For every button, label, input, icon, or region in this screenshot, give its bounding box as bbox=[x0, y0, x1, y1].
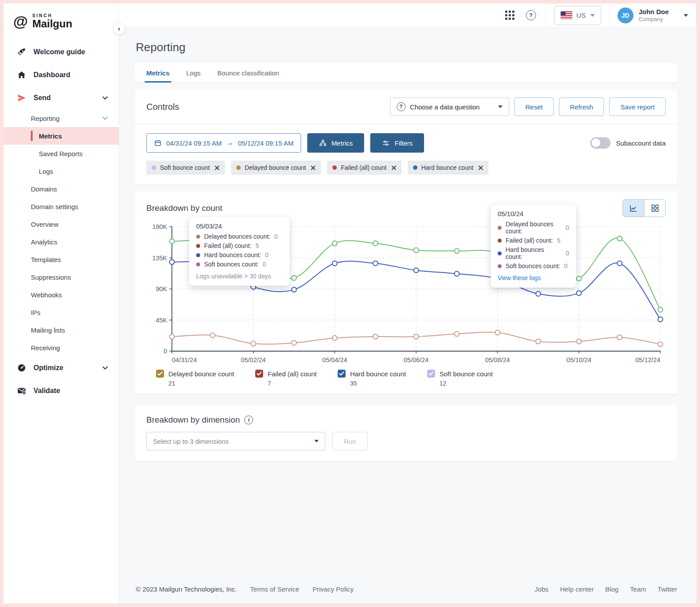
app-grid-icon[interactable] bbox=[505, 11, 514, 20]
legend-checkbox[interactable] bbox=[156, 370, 164, 378]
data-point[interactable] bbox=[414, 268, 419, 273]
close-icon[interactable] bbox=[215, 165, 220, 170]
save-report-button[interactable]: Save report bbox=[609, 97, 666, 116]
line-chart-view-button[interactable] bbox=[623, 200, 644, 217]
sidebar-item-ips[interactable]: IPs bbox=[4, 304, 119, 321]
header-divider bbox=[546, 4, 546, 27]
footer-link-team[interactable]: Team bbox=[630, 585, 646, 593]
data-point[interactable] bbox=[210, 333, 215, 338]
data-point[interactable] bbox=[414, 248, 419, 253]
sidebar-item-dashboard[interactable]: Dashboard bbox=[4, 64, 119, 86]
data-point[interactable] bbox=[414, 334, 419, 339]
data-point[interactable] bbox=[332, 241, 337, 246]
sidebar-item-mailing-lists[interactable]: Mailing lists bbox=[4, 321, 119, 339]
close-icon[interactable] bbox=[391, 165, 396, 170]
data-point[interactable] bbox=[454, 248, 459, 253]
chip-soft-bounce-count[interactable]: Soft bounce count bbox=[146, 161, 225, 175]
data-point[interactable] bbox=[170, 334, 175, 339]
data-point[interactable] bbox=[617, 335, 622, 340]
data-point[interactable] bbox=[292, 275, 297, 280]
view-these-logs-link[interactable]: View these logs bbox=[498, 274, 569, 281]
data-point[interactable] bbox=[658, 342, 663, 347]
sidebar-item-welcome-guide[interactable]: Welcome guide bbox=[4, 41, 119, 64]
tab-logs[interactable]: Logs bbox=[186, 63, 201, 82]
sidebar-item-domain-settings[interactable]: Domain settings bbox=[4, 198, 119, 215]
sidebar-item-metrics[interactable]: Metrics bbox=[4, 127, 119, 145]
data-point[interactable] bbox=[536, 339, 541, 344]
footer-link-twitter[interactable]: Twitter bbox=[658, 585, 677, 593]
legend-item-soft-bounce-count[interactable]: Soft bounce count12 bbox=[427, 370, 493, 387]
data-point[interactable] bbox=[577, 339, 581, 344]
sidebar-item-receiving[interactable]: Receiving bbox=[4, 339, 119, 356]
data-point[interactable] bbox=[332, 261, 337, 266]
data-point[interactable] bbox=[251, 341, 256, 346]
sidebar-item-send[interactable]: Send bbox=[4, 86, 119, 109]
data-point[interactable] bbox=[332, 336, 337, 341]
chip-hard-bounce-count[interactable]: Hard bounce count bbox=[408, 161, 488, 175]
data-point[interactable] bbox=[495, 330, 500, 335]
legend-item-hard-bounce-count[interactable]: Hard bounce count35 bbox=[338, 370, 406, 387]
data-point[interactable] bbox=[373, 334, 378, 339]
footer-link-privacy-policy[interactable]: Privacy Policy bbox=[313, 585, 354, 593]
metrics-button[interactable]: Metrics bbox=[307, 133, 364, 153]
run-button[interactable]: Run bbox=[332, 432, 368, 450]
legend-checkbox[interactable] bbox=[338, 370, 346, 378]
sidebar-item-overview[interactable]: Overview bbox=[4, 215, 119, 233]
footer-link-jobs[interactable]: Jobs bbox=[535, 585, 549, 593]
data-point[interactable] bbox=[658, 307, 663, 312]
data-question-select[interactable]: ? Choose a data question bbox=[390, 97, 509, 116]
data-point[interactable] bbox=[536, 292, 541, 296]
sidebar-item-suppressions[interactable]: Suppressions bbox=[4, 268, 119, 286]
data-point[interactable] bbox=[373, 241, 378, 246]
legend-item-delayed-bounce-count[interactable]: Delayed bounce count21 bbox=[156, 370, 234, 387]
chip-delayed-bounce-count[interactable]: Delayed bounce count bbox=[231, 161, 321, 175]
region-selector[interactable]: US bbox=[554, 6, 601, 25]
footer-link-help-center[interactable]: Help center bbox=[560, 585, 594, 593]
info-icon[interactable]: i bbox=[244, 416, 253, 424]
dimension-select[interactable]: Select up to 3 dimensions bbox=[146, 432, 325, 450]
tab-metrics[interactable]: Metrics bbox=[146, 63, 170, 82]
dimension-title: Breakdown by dimension bbox=[146, 415, 240, 425]
data-point[interactable] bbox=[373, 261, 378, 266]
sidebar-item-domains[interactable]: Domains bbox=[4, 180, 119, 198]
data-point[interactable] bbox=[617, 261, 622, 266]
data-point[interactable] bbox=[292, 341, 297, 345]
reset-button[interactable]: Reset bbox=[514, 97, 554, 116]
filters-button[interactable]: Filters bbox=[370, 133, 424, 153]
sidebar-item-validate[interactable]: Validate bbox=[4, 379, 119, 402]
data-point[interactable] bbox=[658, 317, 663, 322]
legend-checkbox[interactable] bbox=[255, 370, 263, 378]
footer-link-terms-of-service[interactable]: Terms of Service bbox=[250, 585, 299, 593]
data-point[interactable] bbox=[292, 287, 297, 292]
sidebar-item-webhooks[interactable]: Webhooks bbox=[4, 286, 119, 304]
data-point[interactable] bbox=[170, 239, 175, 244]
data-point[interactable] bbox=[454, 271, 459, 276]
tab-bounce-classification[interactable]: Bounce classification bbox=[217, 63, 279, 82]
sidebar-collapse-button[interactable]: ‹ bbox=[113, 22, 125, 35]
refresh-button[interactable]: Refresh bbox=[559, 97, 604, 116]
sidebar-item-reporting[interactable]: Reporting bbox=[4, 109, 119, 127]
sidebar-item-logs[interactable]: Logs bbox=[4, 162, 119, 180]
data-point[interactable] bbox=[577, 276, 581, 281]
help-icon[interactable]: ? bbox=[526, 10, 536, 20]
close-icon[interactable] bbox=[478, 165, 483, 170]
chip-failed-all-count[interactable]: Failed (all) count bbox=[327, 161, 402, 175]
footer-link-blog[interactable]: Blog bbox=[605, 585, 618, 593]
user-menu[interactable]: JD John Doe Company bbox=[618, 7, 688, 23]
legend-item-failed-all-count[interactable]: Failed (all) count7 bbox=[255, 370, 316, 387]
sidebar-item-saved-reports[interactable]: Saved Reports bbox=[4, 145, 119, 162]
date-range-picker[interactable]: 04/31/24 09:15 AM → 05/12/24 09:15 AM bbox=[146, 133, 301, 153]
subaccount-data-toggle[interactable] bbox=[590, 137, 611, 149]
legend-checkbox[interactable] bbox=[427, 370, 435, 378]
close-icon[interactable] bbox=[311, 165, 316, 170]
grid-view-button[interactable] bbox=[644, 200, 665, 217]
breakdown-by-count-panel: Breakdown by count 045K90K135K180K04/31/… bbox=[135, 191, 677, 394]
mailgun-logo[interactable]: @ SINCH Mailgun bbox=[4, 4, 119, 41]
sidebar-item-templates[interactable]: Templates bbox=[4, 251, 119, 268]
data-point[interactable] bbox=[617, 236, 622, 241]
data-point[interactable] bbox=[577, 291, 581, 296]
sidebar-item-optimize[interactable]: Optimize bbox=[4, 356, 119, 379]
data-point[interactable] bbox=[170, 259, 175, 264]
sidebar-item-analytics[interactable]: Analytics bbox=[4, 233, 119, 251]
data-point[interactable] bbox=[454, 331, 459, 336]
